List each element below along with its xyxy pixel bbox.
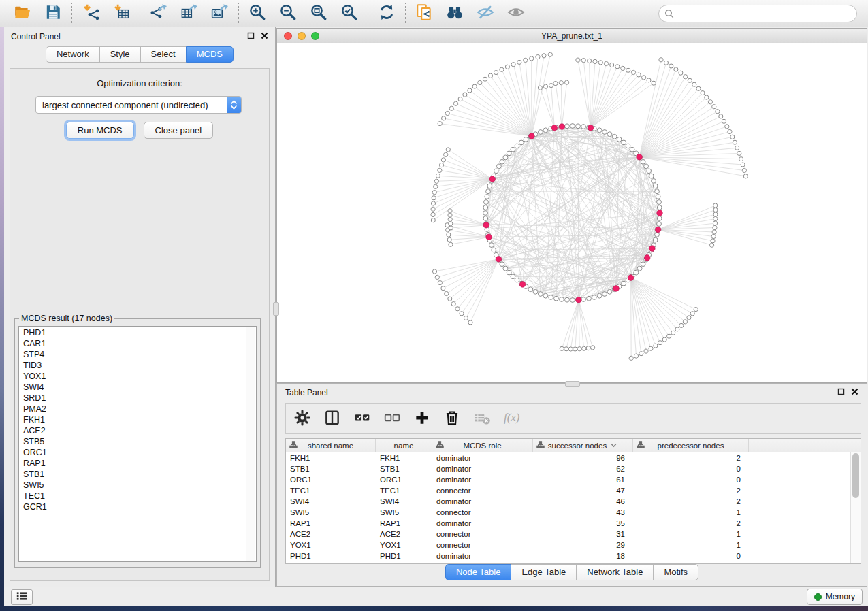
- mcds-result-item[interactable]: GCR1: [23, 501, 246, 512]
- toolbar-group: [140, 4, 238, 23]
- table-toolbar: f(x): [285, 403, 861, 434]
- tab-network-table[interactable]: Network Table: [576, 564, 654, 580]
- close-panel-button[interactable]: Close panel: [144, 122, 214, 139]
- add-column-button[interactable]: [414, 411, 430, 427]
- mcds-result-item[interactable]: PHD1: [23, 327, 246, 338]
- zoom-fit-button[interactable]: [309, 4, 328, 23]
- cell-name: SWI5: [376, 508, 432, 516]
- column-header-predecessor-nodes[interactable]: predecessor nodes: [633, 439, 749, 452]
- table-row[interactable]: FKH1FKH1dominator962: [286, 452, 861, 463]
- refresh-view-button[interactable]: [377, 4, 396, 23]
- export-image-button[interactable]: [210, 4, 229, 23]
- export-image-icon: [211, 3, 229, 24]
- table-scrollbar[interactable]: [850, 452, 861, 563]
- mcds-result-item[interactable]: FKH1: [23, 414, 246, 425]
- table-row[interactable]: SWI5SWI5connector431: [286, 507, 861, 518]
- hide-selected-button[interactable]: [476, 4, 495, 23]
- mcds-result-item[interactable]: YOX1: [23, 371, 246, 382]
- deselect-all-rows-button[interactable]: [384, 411, 400, 427]
- mcds-result-item[interactable]: ORC1: [23, 447, 246, 458]
- export-network-button[interactable]: [149, 4, 168, 23]
- mcds-result-item[interactable]: SWI4: [23, 382, 246, 393]
- open-file-button[interactable]: [13, 4, 32, 23]
- import-table-button[interactable]: [112, 4, 131, 23]
- control-panel-header: Control Panel: [4, 27, 275, 46]
- run-mcds-button[interactable]: Run MCDS: [66, 122, 134, 139]
- table-settings-button[interactable]: [294, 411, 310, 427]
- mcds-list-scrollbar[interactable]: [246, 327, 255, 561]
- export-table-button[interactable]: [180, 4, 199, 23]
- mcds-result-item[interactable]: TID3: [23, 360, 246, 371]
- column-header-shared-name[interactable]: shared name: [286, 439, 376, 452]
- table-row[interactable]: RAP1RAP1dominator352: [286, 518, 861, 529]
- table-row[interactable]: ORC1ORC1dominator610: [286, 474, 861, 485]
- close-icon[interactable]: [851, 388, 858, 397]
- tab-select[interactable]: Select: [140, 46, 187, 63]
- tab-edge-table[interactable]: Edge Table: [511, 564, 577, 580]
- clone-network-button[interactable]: [415, 4, 434, 23]
- application-window: Control Panel NetworkStyleSelectMCDS Opt…: [0, 0, 868, 611]
- svg-text:f(x): f(x): [504, 411, 520, 424]
- search-container: [658, 5, 857, 22]
- tab-style[interactable]: Style: [99, 46, 141, 63]
- mcds-result-item[interactable]: PMA2: [23, 403, 246, 414]
- delete-column-button[interactable]: [444, 411, 460, 427]
- desktop-wallpaper-left: [0, 27, 4, 611]
- search-input[interactable]: [658, 5, 857, 22]
- cell-shared_name: SWI5: [286, 508, 376, 516]
- cell-shared_name: ORC1: [286, 476, 376, 484]
- cell-name: RAP1: [376, 519, 432, 527]
- memory-button[interactable]: Memory: [807, 589, 863, 605]
- network-window-titlebar[interactable]: YPA_prune.txt_1: [277, 29, 867, 44]
- close-icon[interactable]: [261, 32, 268, 42]
- horizontal-splitter-handle[interactable]: [565, 381, 580, 387]
- mcds-result-item[interactable]: SRD1: [23, 393, 246, 403]
- table-row[interactable]: SWI4SWI4dominator462: [286, 496, 861, 507]
- select-all-rows-button[interactable]: [354, 411, 370, 427]
- tab-mcds[interactable]: MCDS: [186, 46, 234, 63]
- table-row[interactable]: YOX1YOX1connector291: [286, 540, 861, 550]
- cell-predecessor_nodes: 2: [633, 519, 749, 527]
- column-header-label: MCDS role: [463, 442, 501, 450]
- show-hide-columns-button[interactable]: [324, 411, 340, 427]
- column-header-successor-nodes[interactable]: successor nodes: [533, 439, 633, 452]
- mcds-result-item[interactable]: CAR1: [23, 338, 246, 349]
- first-neighbors-button[interactable]: [445, 4, 464, 23]
- zoom-out-icon: [279, 3, 297, 24]
- memory-status-icon: [814, 593, 822, 601]
- mcds-result-item[interactable]: TEC1: [23, 491, 246, 501]
- table-scrollbar-thumb[interactable]: [852, 453, 859, 498]
- import-table-icon: [112, 3, 130, 24]
- mcds-result-item[interactable]: STP4: [23, 349, 246, 360]
- mcds-result-item[interactable]: SWI5: [23, 480, 246, 491]
- table-delete-icon: [473, 409, 491, 429]
- vertical-splitter-handle[interactable]: [273, 302, 279, 316]
- table-row[interactable]: TEC1TEC1connector472: [286, 485, 861, 496]
- import-network-button[interactable]: [81, 4, 100, 23]
- float-window-icon[interactable]: [837, 388, 845, 397]
- sort-chevron-down-icon[interactable]: [610, 442, 617, 449]
- show-all-button[interactable]: [507, 4, 526, 23]
- tab-motifs[interactable]: Motifs: [653, 564, 698, 580]
- task-history-button[interactable]: [11, 589, 33, 605]
- mcds-result-item[interactable]: ACE2: [23, 425, 246, 436]
- table-row[interactable]: PHD1PHD1dominator180: [286, 550, 861, 561]
- tab-network[interactable]: Network: [46, 46, 100, 63]
- column-header-name[interactable]: name: [376, 439, 432, 452]
- network-canvas[interactable]: [277, 43, 867, 382]
- dropdown-stepper-icon: [227, 97, 241, 113]
- zoom-out-button[interactable]: [278, 4, 298, 23]
- column-header-mcds-role[interactable]: MCDS role: [432, 439, 533, 452]
- criterion-dropdown[interactable]: largest connected component (undirected): [35, 96, 242, 114]
- save-session-button[interactable]: [44, 4, 63, 23]
- table-row[interactable]: STB1STB1dominator620: [286, 463, 861, 474]
- float-window-icon[interactable]: [247, 32, 255, 42]
- mcds-result-item[interactable]: STB5: [23, 436, 246, 447]
- tab-node-table[interactable]: Node Table: [445, 564, 512, 580]
- mcds-result-item[interactable]: RAP1: [23, 458, 246, 469]
- mcds-result-item[interactable]: STB1: [23, 469, 246, 480]
- toolbar-group: [4, 4, 71, 23]
- zoom-in-button[interactable]: [248, 4, 267, 23]
- table-row[interactable]: ACE2ACE2connector311: [286, 529, 861, 540]
- zoom-selected-button[interactable]: [340, 4, 359, 23]
